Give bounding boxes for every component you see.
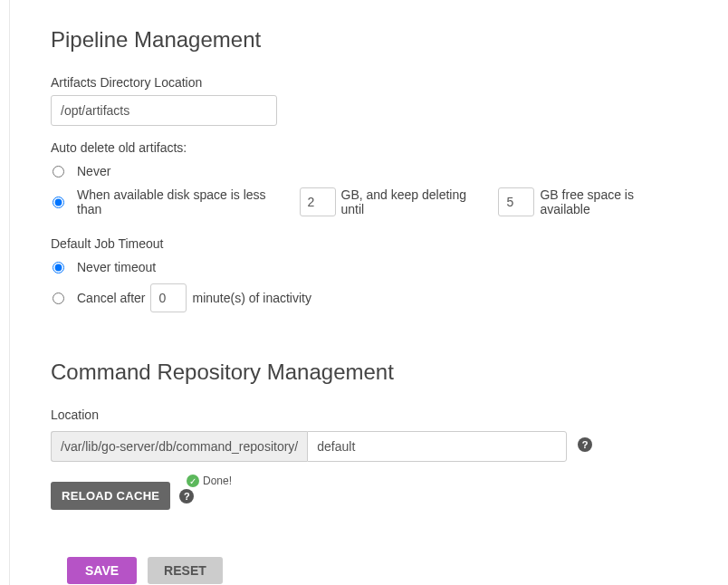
cancel-after-input[interactable] bbox=[150, 283, 187, 312]
settings-panel: Pipeline Management Artifacts Directory … bbox=[9, 0, 728, 585]
location-help-icon[interactable]: ? bbox=[578, 437, 592, 452]
when-prefix-text: When available disk space is less than bbox=[77, 187, 294, 216]
auto-delete-when-radio[interactable] bbox=[53, 197, 64, 208]
pipeline-heading: Pipeline Management bbox=[51, 27, 687, 53]
cancel-after-label: Cancel after bbox=[77, 291, 145, 305]
threshold-high-input[interactable] bbox=[498, 187, 534, 216]
done-label: Done! bbox=[203, 475, 232, 487]
reload-help-icon[interactable]: ? bbox=[179, 489, 194, 503]
when-suffix-text: GB free space is available bbox=[540, 187, 687, 216]
auto-delete-when-row: When available disk space is less than G… bbox=[51, 187, 687, 216]
auto-delete-label: Auto delete old artifacts: bbox=[51, 140, 687, 155]
location-prefix: /var/lib/go-server/db/command_repository… bbox=[51, 431, 307, 462]
artifacts-dir-input[interactable] bbox=[51, 95, 277, 126]
location-label: Location bbox=[51, 408, 687, 422]
cancel-after-radio[interactable] bbox=[53, 292, 64, 304]
location-input[interactable] bbox=[307, 431, 567, 462]
cancel-after-row: Cancel after minute(s) of inactivity bbox=[51, 283, 687, 312]
command-repo-heading: Command Repository Management bbox=[51, 360, 687, 385]
never-timeout-radio[interactable] bbox=[53, 262, 64, 273]
timeout-label: Default Job Timeout bbox=[51, 236, 687, 251]
reset-button[interactable]: RESET bbox=[148, 557, 223, 584]
action-row: SAVE RESET bbox=[51, 557, 687, 584]
never-timeout-label: Never timeout bbox=[77, 260, 156, 274]
auto-delete-never-row: Never bbox=[51, 164, 687, 178]
reload-cache-button[interactable]: RELOAD CACHE bbox=[51, 482, 170, 510]
save-button[interactable]: SAVE bbox=[67, 557, 137, 584]
threshold-low-input[interactable] bbox=[300, 187, 336, 216]
location-input-group: /var/lib/go-server/db/command_repository… bbox=[51, 431, 567, 462]
when-mid-text: GB, and keep deleting until bbox=[341, 187, 493, 216]
cancel-after-suffix: minute(s) of inactivity bbox=[192, 291, 311, 305]
never-timeout-row: Never timeout bbox=[51, 260, 687, 274]
auto-delete-never-label: Never bbox=[77, 164, 110, 178]
artifacts-dir-label: Artifacts Directory Location bbox=[51, 75, 687, 90]
auto-delete-never-radio[interactable] bbox=[53, 166, 64, 177]
